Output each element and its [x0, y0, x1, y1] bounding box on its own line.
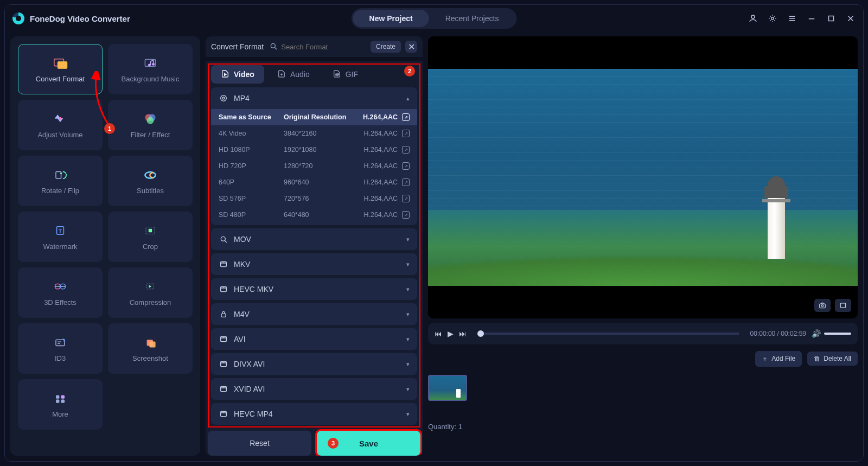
- prev-icon[interactable]: ⏮: [435, 329, 442, 338]
- fullscreen-icon[interactable]: [835, 299, 851, 312]
- format-name: XVID AVI: [234, 385, 265, 393]
- tool-convert-format[interactable]: Convert Format: [18, 44, 103, 94]
- screenshot-icon: [141, 335, 160, 350]
- svg-rect-33: [149, 341, 155, 347]
- tab-recent-projects[interactable]: Recent Projects: [429, 10, 515, 27]
- tool-rotate-flip[interactable]: Rotate / Flip: [18, 156, 103, 206]
- preset-codec: H.264,AAC: [363, 162, 398, 170]
- external-link-icon[interactable]: ↗: [402, 113, 410, 121]
- format-type-tabs: Video Audio GIF GIF: [206, 61, 423, 87]
- preset-row[interactable]: SD 576P720*576H.264,AAC↗: [211, 190, 417, 207]
- preset-row[interactable]: 4K Video3840*2160H.264,AAC↗: [211, 125, 417, 142]
- tool-background-music[interactable]: Background Music: [108, 44, 193, 94]
- reset-button[interactable]: Reset: [208, 431, 311, 456]
- preset-row[interactable]: HD 720P1280*720H.264,AAC↗: [211, 158, 417, 174]
- external-link-icon[interactable]: ↗: [402, 130, 410, 137]
- svg-rect-29: [56, 340, 65, 346]
- format-header[interactable]: HEVC MP4▾: [211, 403, 417, 425]
- minimize-icon[interactable]: [807, 14, 816, 23]
- tool-adjust-volume[interactable]: Adjust Volume: [18, 100, 103, 150]
- compression-icon: [141, 279, 160, 294]
- format-header-mp4[interactable]: MP4 ▴: [211, 87, 417, 109]
- play-icon[interactable]: ▶: [448, 329, 454, 338]
- tool-screenshot[interactable]: Screenshot: [108, 323, 193, 374]
- chevron-down-icon: ▾: [406, 311, 410, 318]
- volume-icon[interactable]: 🔊: [812, 329, 821, 338]
- tool-id3[interactable]: ID3: [18, 323, 103, 374]
- annotation-step2-badge: 2: [404, 66, 415, 76]
- preset-name: HD 720P: [219, 162, 284, 170]
- tool-more[interactable]: More: [18, 379, 103, 430]
- format-header[interactable]: HEVC MKV▾: [211, 278, 417, 300]
- convert-format-icon: [50, 55, 70, 71]
- search-input[interactable]: [268, 40, 366, 54]
- tab-audio[interactable]: Audio: [267, 65, 320, 84]
- format-group: HEVC MP4▾: [211, 403, 417, 425]
- tool-filter-effect[interactable]: Filter / Effect: [108, 100, 193, 150]
- maximize-icon[interactable]: [826, 14, 836, 23]
- tab-new-project[interactable]: New Project: [353, 10, 429, 27]
- format-header[interactable]: MKV▾: [211, 253, 417, 275]
- delete-all-button[interactable]: 🗑Delete All: [807, 352, 858, 366]
- format-icon: [219, 259, 228, 269]
- create-button[interactable]: Create: [371, 41, 401, 53]
- close-icon[interactable]: [846, 14, 856, 23]
- tab-audio-label: Audio: [290, 70, 310, 79]
- tool-compression[interactable]: Compression: [108, 267, 193, 318]
- external-link-icon[interactable]: ↗: [402, 195, 410, 202]
- format-header[interactable]: XVID AVI▾: [211, 378, 417, 400]
- external-link-icon[interactable]: ↗: [402, 211, 410, 219]
- svg-rect-6: [829, 16, 834, 21]
- preset-resolution: 720*576: [284, 195, 350, 202]
- menu-icon[interactable]: [787, 14, 797, 23]
- external-link-icon[interactable]: ↗: [402, 162, 410, 170]
- delete-all-label: Delete All: [824, 355, 851, 362]
- tool-subtitles[interactable]: Subtitles: [108, 156, 193, 206]
- close-panel-icon[interactable]: ✕: [405, 41, 417, 53]
- app-logo-icon: [12, 12, 24, 24]
- preset-resolution: 960*640: [284, 178, 350, 186]
- progress-handle[interactable]: [477, 330, 484, 337]
- snapshot-icon[interactable]: [814, 299, 831, 312]
- progress-bar[interactable]: [477, 333, 739, 335]
- tab-gif[interactable]: GIF GIF: [323, 65, 368, 84]
- adjust-volume-icon: [50, 111, 70, 126]
- preset-row[interactable]: 640P960*640H.264,AAC↗: [211, 174, 417, 190]
- tool-crop[interactable]: Crop: [108, 212, 193, 262]
- svg-rect-34: [56, 395, 59, 398]
- preset-codec: H.264,AAC: [363, 211, 398, 219]
- preset-row[interactable]: HD 1080P1920*1080H.264,AAC↗: [211, 142, 417, 158]
- account-icon[interactable]: [748, 14, 758, 23]
- tab-video[interactable]: Video: [211, 65, 264, 84]
- external-link-icon[interactable]: ↗: [402, 146, 410, 154]
- format-header[interactable]: MOV▾: [211, 228, 417, 250]
- format-name: AVI: [234, 335, 246, 343]
- format-header[interactable]: M4V▾: [211, 303, 417, 325]
- next-icon[interactable]: ⏭: [459, 329, 467, 338]
- audio-file-icon: [277, 69, 286, 80]
- chevron-down-icon: ▾: [406, 336, 410, 343]
- crop-icon: [141, 223, 160, 238]
- preset-name: SD 480P: [219, 211, 284, 219]
- 3d-effects-icon: [50, 279, 70, 294]
- external-link-icon[interactable]: ↗: [402, 178, 410, 186]
- format-group-mp4: MP4 ▴ Same as SourceOriginal ResolutionH…: [211, 87, 417, 225]
- preset-name: HD 1080P: [219, 146, 284, 154]
- format-name: HEVC MP4: [234, 410, 273, 418]
- video-thumbnail[interactable]: [428, 375, 467, 401]
- tool-label: Convert Format: [36, 75, 85, 83]
- plus-icon: ＋: [762, 354, 768, 363]
- format-header[interactable]: AVI▾: [211, 328, 417, 350]
- settings-icon[interactable]: [768, 14, 777, 23]
- preset-row[interactable]: Same as SourceOriginal ResolutionH.264,A…: [211, 109, 417, 125]
- tool-label: ID3: [55, 354, 66, 362]
- chevron-up-icon: ▴: [406, 95, 410, 102]
- volume-slider[interactable]: [824, 333, 851, 335]
- preset-row[interactable]: SD 480P640*480H.264,AAC↗: [211, 207, 417, 223]
- add-file-button[interactable]: ＋Add File: [755, 351, 802, 367]
- tool-label: Rotate / Flip: [41, 187, 79, 195]
- preset-name: Same as Source: [219, 113, 284, 121]
- tool-3d-effects[interactable]: 3D Effects: [18, 267, 103, 318]
- format-header[interactable]: DIVX AVI▾: [211, 353, 417, 375]
- tool-watermark[interactable]: T Watermark: [18, 212, 103, 262]
